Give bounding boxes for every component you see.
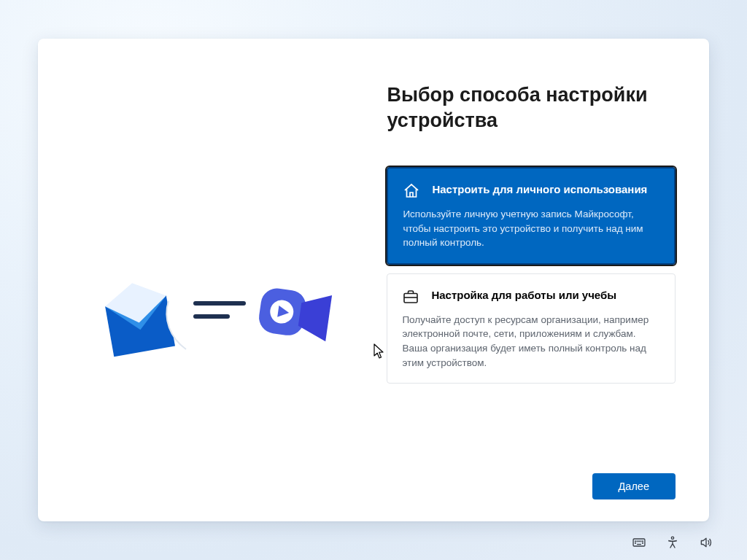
svg-point-10 bbox=[640, 541, 641, 542]
svg-point-9 bbox=[639, 541, 640, 542]
content-pane: Выбор способа настройки устройства Настр… bbox=[353, 39, 709, 521]
svg-point-7 bbox=[635, 541, 636, 542]
svg-point-8 bbox=[637, 541, 638, 542]
svg-point-0 bbox=[166, 266, 274, 359]
illustration bbox=[100, 257, 333, 389]
option-personal[interactable]: Настроить для личного использования Испо… bbox=[387, 167, 676, 265]
svg-rect-2 bbox=[193, 314, 230, 319]
accessibility-icon[interactable] bbox=[665, 535, 680, 550]
briefcase-icon bbox=[402, 288, 419, 306]
home-icon bbox=[403, 182, 420, 200]
option-personal-title: Настроить для личного использования bbox=[432, 182, 647, 198]
svg-point-12 bbox=[635, 542, 636, 543]
system-tray bbox=[632, 535, 713, 550]
option-personal-desc: Используйте личную учетную запись Майкро… bbox=[403, 207, 659, 250]
svg-rect-1 bbox=[193, 301, 246, 306]
svg-point-15 bbox=[671, 537, 673, 539]
illustration-pane bbox=[38, 39, 353, 521]
svg-point-11 bbox=[643, 541, 643, 542]
keyboard-icon[interactable] bbox=[632, 535, 646, 550]
oobe-card: Выбор способа настройки устройства Настр… bbox=[38, 39, 709, 521]
next-button[interactable]: Далее bbox=[592, 473, 676, 499]
svg-point-13 bbox=[643, 542, 643, 543]
page-title: Выбор способа настройки устройства bbox=[387, 82, 676, 133]
option-work[interactable]: Настройка для работы или учебы Получайте… bbox=[387, 273, 676, 384]
volume-icon[interactable] bbox=[699, 535, 713, 550]
option-work-desc: Получайте доступ к ресурсам организации,… bbox=[402, 313, 660, 370]
option-work-title: Настройка для работы или учебы bbox=[431, 287, 616, 303]
